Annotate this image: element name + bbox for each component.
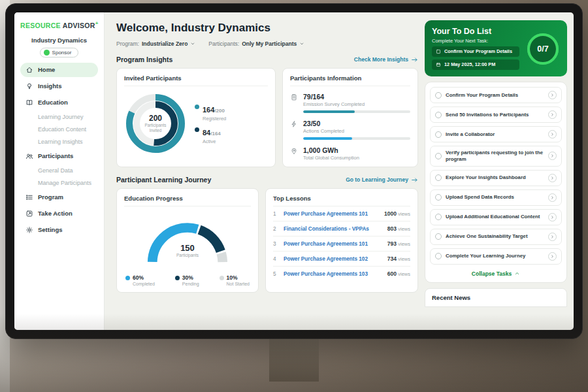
main-right-column: Your To Do List Complete Your Next Task:… bbox=[425, 20, 567, 330]
legend-item-not-started: 10%Not Started bbox=[220, 274, 250, 286]
todo-next-task[interactable]: Confirm Your Program Details bbox=[432, 46, 519, 57]
sidebar-item-education-content[interactable]: Education Content bbox=[20, 124, 98, 135]
todo-task-confirm-your-program-details[interactable]: Confirm Your Program Details bbox=[430, 87, 562, 103]
check-more-insights-link[interactable]: Check More Insights bbox=[354, 56, 418, 63]
sidebar-item-general-data[interactable]: General Data bbox=[20, 165, 98, 176]
lesson-rank: 5 bbox=[273, 271, 279, 277]
chevron-right-icon[interactable] bbox=[548, 110, 557, 119]
chevron-right-icon[interactable] bbox=[548, 174, 557, 182]
lesson-rank: 3 bbox=[273, 241, 279, 247]
task-checkbox[interactable] bbox=[435, 253, 442, 259]
sidebar-item-education[interactable]: Education bbox=[20, 95, 98, 110]
lesson-link[interactable]: Power Purchase Agreements 101 bbox=[284, 211, 380, 217]
todo-task-upload-additional-educational-content[interactable]: Upload Additional Educational Content bbox=[430, 209, 562, 225]
chevron-down-icon bbox=[299, 41, 304, 46]
lesson-link[interactable]: Power Purchase Agreements 102 bbox=[284, 256, 383, 262]
sidebar-item-settings[interactable]: Settings bbox=[20, 223, 98, 237]
sidebar-item-label: Education bbox=[38, 99, 68, 106]
main-area: Welcome, Industry Dynamics Program: Indu… bbox=[105, 12, 574, 330]
participants-information-card: Participants Information 79/164Emission … bbox=[282, 68, 418, 167]
monitor-stand bbox=[269, 336, 319, 382]
learning-journey-header: Participant Learning Journey Go to Learn… bbox=[116, 176, 418, 184]
task-checkbox[interactable] bbox=[435, 214, 442, 220]
top-lessons-title: Top Lessons bbox=[273, 195, 410, 206]
lesson-views: 1000 views bbox=[384, 210, 410, 217]
todo-progress-ring: 0/7 bbox=[525, 31, 561, 67]
chevron-right-icon[interactable] bbox=[548, 193, 557, 202]
program-dropdown[interactable]: Program: Industrialize Zero bbox=[116, 41, 195, 47]
home-icon bbox=[25, 66, 33, 74]
learning-journey-cards: Education Progress 150 Participants 60%C… bbox=[116, 188, 418, 293]
education-progress-legend: 60%Completed30%Pending10%Not Started bbox=[124, 274, 251, 286]
checkbox-icon[interactable] bbox=[436, 49, 441, 54]
chevron-right-icon[interactable] bbox=[548, 130, 557, 139]
task-checkbox[interactable] bbox=[435, 174, 442, 181]
lesson-row: 4Power Purchase Agreements 102734 views bbox=[273, 252, 410, 267]
page-title: Welcome, Industry Dynamics bbox=[116, 22, 418, 35]
task-checkbox[interactable] bbox=[435, 194, 442, 201]
program-insights-header: Program Insights Check More Insights bbox=[116, 56, 418, 63]
dashboard-screen: RESOURCE ADVISOR+ Industry Dynamics Spon… bbox=[14, 12, 574, 330]
task-label: Complete Your Learning Journey bbox=[446, 253, 544, 259]
sidebar-item-insights[interactable]: Insights bbox=[20, 79, 98, 93]
todo-task-achieve-one-sustainability-target[interactable]: Achieve One Sustainability Target bbox=[430, 229, 562, 245]
sidebar-item-learning-journey[interactable]: Learning Journey bbox=[20, 112, 98, 122]
legend-item-completed: 60%Completed bbox=[125, 274, 155, 286]
sidebar-item-home[interactable]: Home bbox=[20, 63, 98, 77]
todo-task-explore-your-insights-dashboard[interactable]: Explore Your Insights Dashboard bbox=[430, 170, 562, 186]
pin-icon bbox=[290, 147, 298, 155]
task-checkbox[interactable] bbox=[435, 112, 442, 118]
task-label: Upload Additional Educational Content bbox=[446, 214, 544, 220]
task-checkbox[interactable] bbox=[435, 233, 442, 240]
lesson-views: 734 views bbox=[387, 255, 410, 262]
lesson-link[interactable]: Power Purchase Agreements 101 bbox=[284, 241, 383, 247]
monitor-frame: RESOURCE ADVISOR+ Industry Dynamics Spon… bbox=[5, 3, 583, 339]
sidebar-item-participants[interactable]: Participants bbox=[20, 149, 98, 163]
education-icon bbox=[25, 99, 33, 106]
sidebar-item-program[interactable]: Program bbox=[20, 190, 98, 204]
app-logo: RESOURCE ADVISOR+ bbox=[20, 20, 98, 29]
sidebar-item-take-action[interactable]: Take Action bbox=[20, 206, 98, 221]
chevron-right-icon[interactable] bbox=[548, 213, 557, 221]
sidebar-item-label: Settings bbox=[38, 226, 62, 233]
learning-journey-title: Participant Learning Journey bbox=[116, 176, 211, 184]
chevron-right-icon[interactable] bbox=[548, 152, 557, 160]
todo-task-upload-spend-data-records[interactable]: Upload Spend Data Records bbox=[430, 189, 562, 206]
task-label: Verify participants requesting to join t… bbox=[446, 150, 544, 162]
sponsor-badge-label: Sponsor bbox=[52, 50, 72, 56]
todo-task-invite-a-collaborator[interactable]: Invite a Collaborator bbox=[430, 126, 562, 142]
collapse-tasks-button[interactable]: Collapse Tasks bbox=[430, 268, 562, 278]
sidebar-item-label: Education Content bbox=[38, 126, 86, 133]
task-checkbox[interactable] bbox=[435, 153, 442, 159]
todo-next-due: 12 May 2025, 12:00 PM bbox=[432, 59, 519, 70]
sidebar-item-label: Insights bbox=[38, 82, 61, 90]
participants-information-title: Participants Information bbox=[290, 74, 410, 86]
go-to-learning-journey-link[interactable]: Go to Learning Journey bbox=[346, 176, 418, 184]
sponsor-badge-icon bbox=[44, 50, 50, 56]
lesson-row: 5Power Purchase Agreements 103600 views bbox=[273, 267, 410, 281]
sidebar-item-manage-participants[interactable]: Manage Participants bbox=[20, 178, 98, 188]
task-checkbox[interactable] bbox=[435, 131, 442, 138]
lesson-rank: 2 bbox=[273, 226, 279, 232]
task-label: Invite a Collaborator bbox=[446, 131, 544, 138]
chevron-right-icon[interactable] bbox=[548, 91, 557, 99]
take-action-icon bbox=[25, 210, 33, 218]
legend-dot bbox=[175, 276, 180, 280]
chevron-right-icon[interactable] bbox=[548, 252, 557, 261]
task-checkbox[interactable] bbox=[435, 92, 442, 99]
sidebar-item-label: Take Action bbox=[38, 210, 73, 217]
donut-center-label: 200 Participants Invited bbox=[124, 92, 187, 155]
chevron-right-icon[interactable] bbox=[548, 233, 557, 241]
task-label: Achieve One Sustainability Target bbox=[446, 233, 544, 240]
task-label: Upload Spend Data Records bbox=[446, 194, 544, 201]
todo-task-verify-participants-requesting-to-join-the-program[interactable]: Verify participants requesting to join t… bbox=[430, 146, 562, 166]
todo-task-send-50-invitations-to-participants[interactable]: Send 50 Invitations to Participants bbox=[430, 106, 562, 123]
todo-task-complete-your-learning-journey[interactable]: Complete Your Learning Journey bbox=[430, 248, 562, 265]
sidebar-item-learning-insights[interactable]: Learning Insights bbox=[20, 137, 98, 147]
main-left-column: Welcome, Industry Dynamics Program: Indu… bbox=[116, 20, 418, 330]
invited-donut-area: 200 Participants Invited 164/200Register… bbox=[124, 92, 268, 155]
lesson-link[interactable]: Financial Considerations - VPPAs bbox=[284, 226, 383, 232]
sponsor-badge[interactable]: Sponsor bbox=[40, 48, 79, 57]
participants-dropdown[interactable]: Participants: Only My Participants bbox=[208, 41, 304, 47]
lesson-link[interactable]: Power Purchase Agreements 103 bbox=[284, 271, 383, 277]
